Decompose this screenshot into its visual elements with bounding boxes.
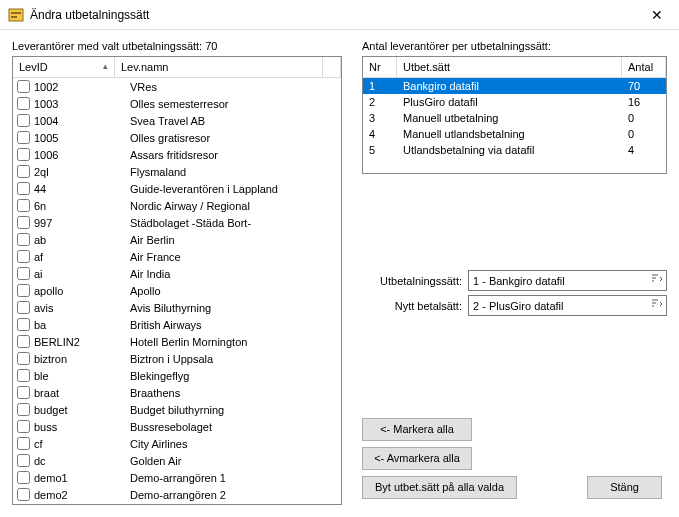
nytt-betalsatt-combo[interactable]: 2 - PlusGiro datafil — [468, 295, 667, 316]
cell-levnamn: Air Berlin — [130, 234, 341, 246]
cell-nr: 3 — [363, 112, 397, 124]
table-row[interactable]: afAir France — [13, 248, 341, 265]
summary-row[interactable]: 5Utlandsbetalning via datafil4 — [363, 142, 666, 158]
row-checkbox[interactable] — [17, 369, 30, 382]
cell-levnamn: City Airlines — [130, 438, 341, 450]
close-button[interactable]: ✕ — [634, 0, 679, 30]
table-row[interactable]: bleBlekingeflyg — [13, 367, 341, 384]
table-row[interactable]: cfCity Airlines — [13, 435, 341, 452]
table-row[interactable]: 1003Olles semesterresor — [13, 95, 341, 112]
cell-levnamn: Braathens — [130, 387, 341, 399]
row-checkbox[interactable] — [17, 420, 30, 433]
cell-levid: 1006 — [34, 149, 130, 161]
table-row[interactable]: apolloApollo — [13, 282, 341, 299]
cell-nr: 1 — [363, 80, 397, 92]
table-row[interactable]: 6nNordic Airway / Regional — [13, 197, 341, 214]
cell-levnamn: Avis Biluthyrning — [130, 302, 341, 314]
row-checkbox[interactable] — [17, 284, 30, 297]
row-checkbox[interactable] — [17, 182, 30, 195]
row-checkbox[interactable] — [17, 97, 30, 110]
column-header-nr[interactable]: Nr — [363, 57, 397, 77]
row-checkbox[interactable] — [17, 403, 30, 416]
cell-levid: biztron — [34, 353, 130, 365]
table-row[interactable]: abAir Berlin — [13, 231, 341, 248]
row-checkbox[interactable] — [17, 488, 30, 501]
row-checkbox[interactable] — [17, 352, 30, 365]
column-header-levnamn[interactable]: Lev.namn — [115, 57, 323, 77]
cell-levid: 1005 — [34, 132, 130, 144]
table-row[interactable]: 2qlFlysmaland — [13, 163, 341, 180]
row-checkbox[interactable] — [17, 165, 30, 178]
cell-utbetsatt: Manuell utbetalning — [397, 112, 622, 124]
row-checkbox[interactable] — [17, 233, 30, 246]
row-checkbox[interactable] — [17, 148, 30, 161]
table-row[interactable]: demo2Demo-arrangören 2 — [13, 486, 341, 503]
cell-levnamn: Bussresebolaget — [130, 421, 341, 433]
column-header-levid[interactable]: LevID — [13, 57, 115, 77]
row-checkbox[interactable] — [17, 216, 30, 229]
change-all-button[interactable]: Byt utbet.sätt på alla valda — [362, 476, 517, 499]
cell-levnamn: Air India — [130, 268, 341, 280]
row-checkbox[interactable] — [17, 454, 30, 467]
row-checkbox[interactable] — [17, 131, 30, 144]
row-checkbox[interactable] — [17, 267, 30, 280]
summary-row[interactable]: 1Bankgiro datafil70 — [363, 78, 666, 94]
table-row[interactable]: braatBraathens — [13, 384, 341, 401]
row-checkbox[interactable] — [17, 471, 30, 484]
table-row[interactable]: BERLIN2Hotell Berlin Mornington — [13, 333, 341, 350]
cell-levid: demo2 — [34, 489, 130, 501]
mark-all-button[interactable]: <- Markera alla — [362, 418, 472, 441]
row-checkbox[interactable] — [17, 80, 30, 93]
table-row[interactable]: dcGolden Air — [13, 452, 341, 469]
close-dialog-button[interactable]: Stäng — [587, 476, 662, 499]
cell-levid: braat — [34, 387, 130, 399]
summary-row[interactable]: 2PlusGiro datafil16 — [363, 94, 666, 110]
summary-row[interactable]: 4Manuell utlandsbetalning0 — [363, 126, 666, 142]
summary-list[interactable]: Nr Utbet.sätt Antal 1Bankgiro datafil702… — [362, 56, 667, 174]
cell-antal: 70 — [622, 80, 666, 92]
unmark-all-button[interactable]: <- Avmarkera alla — [362, 447, 472, 470]
cell-levnamn: Olles semesterresor — [130, 98, 341, 110]
cell-levid: 997 — [34, 217, 130, 229]
cell-levid: demo1 — [34, 472, 130, 484]
table-row[interactable]: avisAvis Biluthyrning — [13, 299, 341, 316]
table-row[interactable]: budgetBudget biluthyrning — [13, 401, 341, 418]
utbetalningssatt-combo[interactable]: 1 - Bankgiro datafil — [468, 270, 667, 291]
table-row[interactable]: 1002VRes — [13, 78, 341, 95]
table-row[interactable]: aiAir India — [13, 265, 341, 282]
cell-antal: 16 — [622, 96, 666, 108]
cell-levid: ai — [34, 268, 130, 280]
table-row[interactable]: demo1Demo-arrangören 1 — [13, 469, 341, 486]
column-header-utbetsatt[interactable]: Utbet.sätt — [397, 57, 622, 77]
column-header-antal[interactable]: Antal — [622, 57, 666, 77]
row-checkbox[interactable] — [17, 114, 30, 127]
summary-row[interactable]: 3Manuell utbetalning0 — [363, 110, 666, 126]
cell-antal: 0 — [622, 128, 666, 140]
nytt-betalsatt-value: 2 - PlusGiro datafil — [473, 300, 563, 312]
row-checkbox[interactable] — [17, 437, 30, 450]
table-row[interactable]: biztronBiztron i Uppsala — [13, 350, 341, 367]
row-checkbox[interactable] — [17, 318, 30, 331]
table-row[interactable]: 997Städbolaget -Städa Bort- — [13, 214, 341, 231]
row-checkbox[interactable] — [17, 335, 30, 348]
cell-levid: apollo — [34, 285, 130, 297]
table-row[interactable]: 1005Olles gratisresor — [13, 129, 341, 146]
cell-nr: 5 — [363, 144, 397, 156]
row-checkbox[interactable] — [17, 386, 30, 399]
suppliers-label: Leverantörer med valt utbetalningssätt: … — [12, 40, 342, 52]
row-checkbox[interactable] — [17, 301, 30, 314]
row-checkbox[interactable] — [17, 199, 30, 212]
cell-levid: af — [34, 251, 130, 263]
nytt-betalsatt-label: Nytt betalsätt: — [362, 300, 462, 312]
cell-levid: BERLIN2 — [34, 336, 130, 348]
title-bar: Ändra utbetalningssätt ✕ — [0, 0, 679, 30]
row-checkbox[interactable] — [17, 250, 30, 263]
table-row[interactable]: 1006Assars fritidsresor — [13, 146, 341, 163]
table-row[interactable]: 1004Svea Travel AB — [13, 112, 341, 129]
suppliers-list[interactable]: LevID Lev.namn 1002VRes1003Olles semeste… — [12, 56, 342, 505]
cell-levnamn: Nordic Airway / Regional — [130, 200, 341, 212]
table-row[interactable]: 44Guide-leverantören i Lappland — [13, 180, 341, 197]
table-row[interactable]: bussBussresebolaget — [13, 418, 341, 435]
table-row[interactable]: baBritish Airways — [13, 316, 341, 333]
summary-label: Antal leverantörer per utbetalningssätt: — [362, 40, 667, 52]
